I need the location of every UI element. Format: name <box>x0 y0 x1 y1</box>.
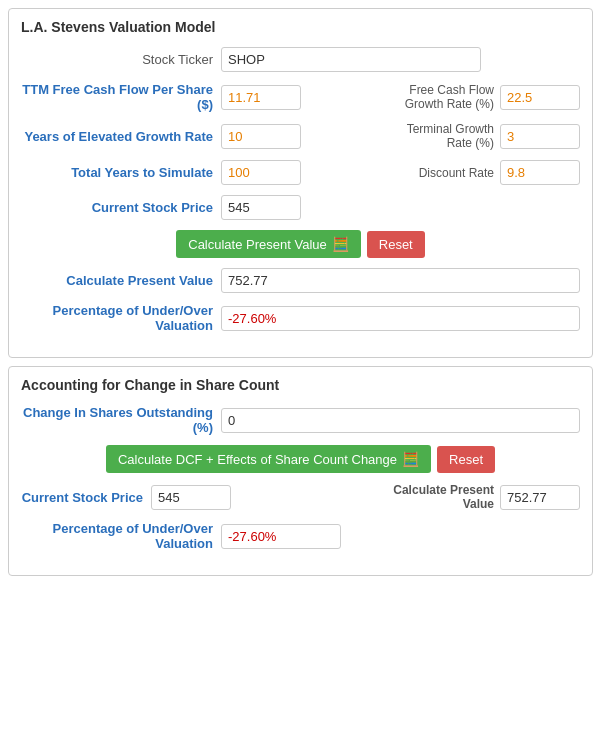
years-row: Years of Elevated Growth Rate Terminal G… <box>21 122 580 150</box>
dcf-btn-row: Calculate DCF + Effects of Share Count C… <box>21 445 580 473</box>
total-years-input[interactable] <box>221 160 301 185</box>
stock-ticker-row: Stock Ticker <box>21 47 580 72</box>
pct-label-2: Percentage of Under/Over Valuation <box>21 521 221 551</box>
terminal-growth-group: Terminal Growth Rate (%) <box>384 122 580 150</box>
calculate-pv-button[interactable]: Calculate Present Value 🧮 <box>176 230 361 258</box>
reset-button[interactable]: Reset <box>367 231 425 258</box>
ttm-label: TTM Free Cash Flow Per Share ($) <box>21 82 221 112</box>
total-years-label: Total Years to Simulate <box>21 165 221 180</box>
pct-label: Percentage of Under/Over Valuation <box>21 303 221 333</box>
calculator-icon: 🧮 <box>332 236 349 252</box>
calculate-pv-label: Calculate Present Value <box>188 237 327 252</box>
fcf-growth-input[interactable] <box>500 85 580 110</box>
total-years-row: Total Years to Simulate Discount Rate <box>21 160 580 185</box>
current-stock-price-label-2: Current Stock Price <box>21 490 151 505</box>
change-shares-input[interactable] <box>221 408 580 433</box>
current-stock-price-input-2[interactable] <box>151 485 231 510</box>
years-elevated-input[interactable] <box>221 124 301 149</box>
fcf-growth-group: Free Cash Flow Growth Rate (%) <box>384 83 580 111</box>
current-stock-price-label: Current Stock Price <box>21 200 221 215</box>
discount-rate-input[interactable] <box>500 160 580 185</box>
calc-pv-output-2[interactable] <box>500 485 580 510</box>
discount-rate-label: Discount Rate <box>404 166 494 180</box>
calc-pv-output[interactable] <box>221 268 580 293</box>
current-stock-price-row: Current Stock Price <box>21 195 580 220</box>
calc-pv-label: Calculate Present Value <box>21 273 221 288</box>
pct-output-2[interactable] <box>221 524 341 549</box>
share-count-section: Accounting for Change in Share Count Cha… <box>8 366 593 576</box>
discount-rate-group: Discount Rate <box>404 160 580 185</box>
current-stock-price-input[interactable] <box>221 195 301 220</box>
pct-row: Percentage of Under/Over Valuation <box>21 303 580 333</box>
share-count-title: Accounting for Change in Share Count <box>21 377 580 393</box>
calc-pv-label-2: Calculate Present Value <box>374 483 494 511</box>
calc-pv-group-2: Calculate Present Value <box>374 483 580 511</box>
years-elevated-label: Years of Elevated Growth Rate <box>21 129 221 144</box>
valuation-model-section: L.A. Stevens Valuation Model Stock Ticke… <box>8 8 593 358</box>
reset-button-2[interactable]: Reset <box>437 446 495 473</box>
section-title: L.A. Stevens Valuation Model <box>21 19 580 35</box>
change-shares-label: Change In Shares Outstanding (%) <box>21 405 221 435</box>
pct-row-2: Percentage of Under/Over Valuation <box>21 521 580 551</box>
calculate-dcf-label: Calculate DCF + Effects of Share Count C… <box>118 452 397 467</box>
fcf-growth-label: Free Cash Flow Growth Rate (%) <box>384 83 494 111</box>
pct-output[interactable] <box>221 306 580 331</box>
calculator-icon-2: 🧮 <box>402 451 419 467</box>
terminal-growth-input[interactable] <box>500 124 580 149</box>
calc-pv-row: Calculate Present Value <box>21 268 580 293</box>
ttm-input[interactable] <box>221 85 301 110</box>
stock-ticker-label: Stock Ticker <box>21 52 221 67</box>
change-shares-row: Change In Shares Outstanding (%) <box>21 405 580 435</box>
ttm-row: TTM Free Cash Flow Per Share ($) Free Ca… <box>21 82 580 112</box>
stock-ticker-input[interactable] <box>221 47 481 72</box>
terminal-growth-label: Terminal Growth Rate (%) <box>384 122 494 150</box>
bottom-values-row: Current Stock Price Calculate Present Va… <box>21 483 580 511</box>
calculate-dcf-button[interactable]: Calculate DCF + Effects of Share Count C… <box>106 445 431 473</box>
calculate-btn-row: Calculate Present Value 🧮 Reset <box>21 230 580 258</box>
